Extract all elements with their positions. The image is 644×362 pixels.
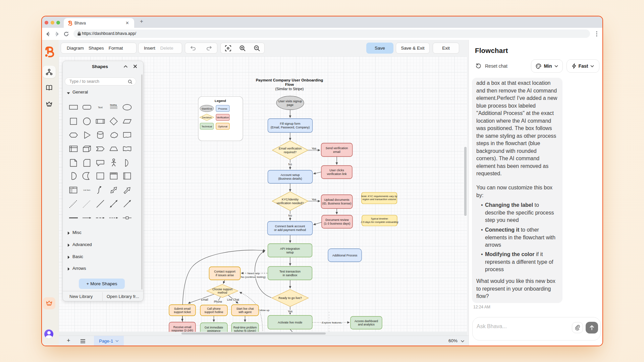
- svg-text:(Email, Password, Company): (Email, Password, Company): [271, 126, 310, 129]
- svg-text:required?: required?: [284, 150, 297, 154]
- svg-text:Choose support: Choose support: [212, 288, 233, 291]
- svg-text:Live Chat: Live Chat: [227, 298, 239, 301]
- svg-text:email: email: [333, 150, 340, 154]
- svg-text:KYC/Identity: KYC/Identity: [282, 198, 299, 201]
- svg-text:(Business details): (Business details): [278, 177, 302, 180]
- svg-text:Activate live mode: Activate live mode: [278, 321, 302, 324]
- svg-text:(1-3 business days): (1-3 business days): [324, 222, 351, 225]
- svg-text:Email verification: Email verification: [279, 147, 302, 150]
- svg-text:Yes: Yes: [312, 198, 316, 201]
- svg-text:Need help: Need help: [248, 272, 260, 275]
- svg-text:Start/End: Start/End: [202, 107, 212, 110]
- svg-text:Account setup: Account setup: [280, 173, 300, 177]
- svg-text:Optional: Optional: [218, 125, 227, 128]
- svg-text:Receive email: Receive email: [173, 325, 191, 329]
- svg-text:Decision: Decision: [202, 116, 212, 119]
- svg-text:-Explore features-: -Explore features-: [321, 321, 342, 324]
- svg-text:Verification: Verification: [217, 116, 229, 119]
- svg-text:Start live chat: Start live chat: [236, 307, 254, 310]
- svg-text:(ID, Business license): (ID, Business license): [322, 202, 352, 205]
- svg-text:Follow up: Follow up: [258, 309, 270, 312]
- svg-text:Technical: Technical: [202, 125, 212, 128]
- svg-text:Test transaction: Test transaction: [279, 270, 301, 273]
- svg-text:Flow: Flow: [285, 82, 294, 86]
- svg-text:Process: Process: [218, 107, 227, 110]
- svg-text:support hotline: support hotline: [205, 310, 223, 314]
- svg-text:Get immediate: Get immediate: [205, 326, 223, 329]
- svg-text:Call phone: Call phone: [207, 307, 221, 310]
- svg-text:Email: Email: [201, 298, 208, 301]
- svg-text:API integration: API integration: [280, 247, 300, 250]
- svg-text:page: page: [287, 103, 293, 107]
- svg-text:No: No: [288, 214, 292, 217]
- svg-text:Text: Text: [98, 106, 103, 109]
- svg-text:Typical timeline:: Typical timeline:: [371, 217, 388, 220]
- svg-text:verification needed?: verification needed?: [277, 201, 304, 205]
- svg-text:region and transaction volume: region and transaction volume: [362, 198, 396, 201]
- svg-text:(Similar to Stripe): (Similar to Stripe): [275, 87, 304, 91]
- svg-text:List: List: [72, 187, 74, 189]
- svg-text:verification link: verification link: [327, 172, 347, 176]
- svg-text:No (continue testing): No (continue testing): [241, 276, 266, 279]
- svg-text:Contact support: Contact support: [214, 270, 235, 273]
- svg-text:Upload documents: Upload documents: [324, 198, 350, 201]
- svg-text:setup: setup: [286, 251, 293, 254]
- svg-text:Note: KYC requirements vary by: Note: KYC requirements vary by: [361, 195, 398, 198]
- svg-text:Additional Process: Additional Process: [332, 254, 358, 257]
- svg-text:Phone: Phone: [214, 300, 222, 303]
- svg-text:List Item: List Item: [84, 189, 91, 191]
- svg-text:User visits signup: User visits signup: [278, 100, 302, 103]
- svg-text:No: No: [288, 163, 292, 166]
- svg-text:Send verification: Send verification: [326, 146, 348, 150]
- svg-text:Fill signup form: Fill signup form: [280, 122, 300, 125]
- svg-text:in sandbox: in sandbox: [283, 274, 298, 277]
- svg-text:Access dashboard: Access dashboard: [355, 319, 378, 323]
- svg-text:Document review: Document review: [325, 218, 349, 222]
- svg-text:Connect bank account: Connect bank account: [275, 225, 305, 228]
- svg-text:method: method: [218, 291, 227, 294]
- svg-text:and analytics: and analytics: [358, 323, 375, 326]
- svg-text:Heading: Heading: [110, 104, 117, 106]
- svg-text:with agent: with agent: [238, 310, 252, 314]
- svg-text:or add payment method: or add payment method: [274, 228, 306, 232]
- svg-text:if issues arise: if issues arise: [216, 274, 234, 277]
- svg-text:Payment Company User Onboardin: Payment Company User Onboarding: [256, 78, 323, 82]
- svg-text:User clicks: User clicks: [329, 169, 344, 172]
- svg-text:Yes: Yes: [312, 147, 316, 150]
- svg-text:Legend: Legend: [215, 99, 226, 103]
- svg-text:2-5 days for complete onboardi: 2-5 days for complete onboarding: [361, 221, 399, 224]
- svg-text:Submit email: Submit email: [174, 307, 191, 310]
- svg-text:Real-time problem: Real-time problem: [233, 326, 257, 329]
- svg-text:Yes: Yes: [288, 310, 292, 313]
- svg-text:support ticket: support ticket: [174, 310, 191, 314]
- svg-text:Ready to go live?: Ready to go live?: [278, 296, 302, 300]
